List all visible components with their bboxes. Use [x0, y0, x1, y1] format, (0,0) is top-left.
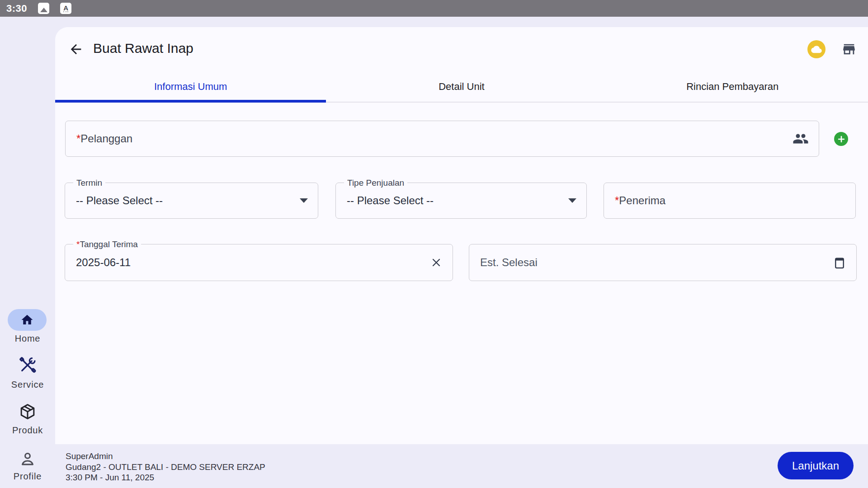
clear-date-button[interactable]	[430, 256, 443, 269]
people-icon	[793, 131, 809, 147]
image-notification-icon	[38, 3, 49, 14]
sidebar-label-produk: Produk	[0, 425, 55, 436]
tab-detail-unit[interactable]: Detail Unit	[326, 71, 597, 102]
tipe-penjualan-dropdown-arrow[interactable]	[568, 198, 576, 203]
pelanggan-field[interactable]: *Pelanggan	[65, 121, 819, 157]
penerima-field[interactable]: *Penerima	[604, 183, 856, 219]
termin-dropdown-arrow[interactable]	[300, 198, 308, 203]
session-user: SuperAdmin	[66, 451, 265, 462]
tipe-penjualan-label: Tipe Penjualan	[344, 178, 407, 188]
tanggal-terima-field[interactable]: *Tanggal Terima 2025-06-11	[65, 244, 453, 281]
cloud-sync-button[interactable]	[807, 40, 826, 58]
sidebar-label-profile: Profile	[0, 471, 55, 482]
tipe-penjualan-select[interactable]: Tipe Penjualan -- Please Select --	[335, 183, 587, 219]
header: Buat Rawat Inap	[55, 27, 868, 71]
plus-icon	[837, 135, 846, 144]
est-selesai-field[interactable]: Est. Selesai	[469, 244, 857, 281]
tanggal-terima-label: *Tanggal Terima	[73, 239, 141, 249]
sidebar-item-home[interactable]	[8, 309, 47, 331]
session-outlet: Gudang2 - OUTLET BALI - DEMO SERVER ERZA…	[66, 462, 265, 473]
letter-a-notification-icon: A	[60, 3, 71, 14]
session-info: SuperAdmin Gudang2 - OUTLET BALI - DEMO …	[66, 451, 265, 483]
storefront-icon	[841, 42, 857, 57]
pick-date-button[interactable]	[833, 256, 846, 269]
chevron-down-icon	[568, 198, 576, 203]
store-button[interactable]	[841, 41, 857, 57]
tab-rincian-pembayaran[interactable]: Rincian Pembayaran	[597, 71, 868, 102]
pelanggan-placeholder: *Pelanggan	[76, 132, 132, 145]
add-customer-button[interactable]	[834, 132, 848, 146]
arrow-back-icon	[68, 42, 84, 57]
tipe-penjualan-value: -- Please Select --	[347, 194, 434, 207]
continue-button[interactable]: Lanjutkan	[778, 452, 854, 479]
tanggal-terima-value: 2025-06-11	[76, 256, 131, 269]
est-selesai-placeholder: Est. Selesai	[480, 256, 538, 269]
sidebar-label-home: Home	[0, 333, 55, 344]
person-icon	[19, 450, 36, 468]
status-bar: 3:30 A	[0, 0, 868, 17]
sidebar-item-profile[interactable]	[0, 450, 55, 468]
session-datetime: 3:30 PM - Jun 11, 2025	[66, 472, 265, 483]
package-icon	[19, 403, 37, 421]
tools-icon	[18, 356, 37, 375]
termin-select[interactable]: Termin -- Please Select --	[65, 183, 318, 219]
status-time: 3:30	[6, 3, 27, 14]
chevron-down-icon	[300, 198, 308, 203]
tab-bar: Informasi Umum Detail Unit Rincian Pemba…	[55, 71, 868, 103]
cloud-icon	[811, 43, 822, 55]
home-icon	[20, 313, 34, 327]
termin-value: -- Please Select --	[76, 194, 163, 207]
penerima-placeholder: *Penerima	[615, 194, 665, 207]
tab-informasi-umum[interactable]: Informasi Umum	[55, 71, 326, 102]
sidebar-item-produk[interactable]	[0, 402, 55, 421]
sidebar-item-service[interactable]	[0, 355, 55, 375]
select-customer-button[interactable]	[793, 131, 809, 147]
page-title: Buat Rawat Inap	[93, 41, 193, 56]
back-button[interactable]	[67, 40, 85, 58]
close-icon	[430, 256, 443, 269]
calendar-icon	[833, 256, 846, 269]
main-card: Buat Rawat Inap Informasi Umum Detail Un…	[55, 27, 868, 444]
termin-label: Termin	[73, 178, 105, 188]
sidebar-label-service: Service	[0, 380, 55, 390]
